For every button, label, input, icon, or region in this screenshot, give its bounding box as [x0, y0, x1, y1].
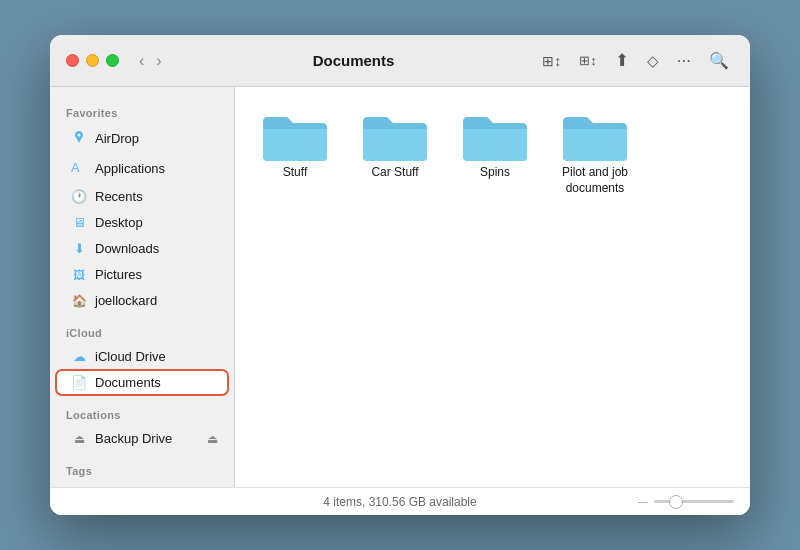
airdrop-icon [70, 129, 88, 148]
sidebar-item-joellockard[interactable]: 🏠 joellockard [56, 288, 228, 313]
file-label-car-stuff: Car Stuff [371, 165, 418, 181]
content-area: Favorites AirDrop A Applications [50, 87, 750, 487]
slider-thumb[interactable] [669, 495, 683, 509]
folder-icon-stuff [259, 107, 331, 165]
file-item-pilot-job[interactable]: Pilot and job documents [555, 107, 635, 467]
nav-arrows: ‹ › [135, 51, 166, 71]
file-label-pilot-job: Pilot and job documents [555, 165, 635, 196]
svg-text:A: A [71, 160, 80, 175]
sidebar-item-desktop[interactable]: 🖥 Desktop [56, 210, 228, 235]
joellockard-label: joellockard [95, 293, 157, 308]
tags-label: Tags [50, 457, 234, 481]
downloads-label: Downloads [95, 241, 159, 256]
zoom-slider[interactable]: — [638, 496, 734, 507]
documents-label: Documents [95, 375, 161, 390]
desktop-icon: 🖥 [70, 215, 88, 230]
icloud-drive-label: iCloud Drive [95, 349, 166, 364]
tag-button[interactable]: ◇ [642, 50, 664, 71]
minimize-button[interactable] [86, 54, 99, 67]
home-icon: 🏠 [70, 294, 88, 308]
folder-icon-car-stuff [359, 107, 431, 165]
pictures-label: Pictures [95, 267, 142, 282]
sidebar-item-airdrop[interactable]: AirDrop [56, 124, 228, 153]
file-area: Stuff Car Stuff Spins [235, 87, 750, 487]
maximize-button[interactable] [106, 54, 119, 67]
backup-icon: ⏏ [70, 432, 88, 446]
sidebar-item-icloud-drive[interactable]: ☁ iCloud Drive [56, 344, 228, 369]
file-label-spins: Spins [480, 165, 510, 181]
status-text: 4 items, 310.56 GB available [323, 495, 476, 509]
share-button[interactable]: ⬆ [610, 49, 634, 72]
sidebar-item-recents[interactable]: 🕐 Recents [56, 184, 228, 209]
traffic-lights [66, 54, 119, 67]
pictures-icon: 🖼 [70, 268, 88, 282]
file-item-spins[interactable]: Spins [455, 107, 535, 467]
sidebar-item-applications[interactable]: A Applications [56, 154, 228, 183]
sidebar-item-backup-drive[interactable]: ⏏ Backup Drive ⏏ [56, 426, 228, 451]
sidebar-item-documents[interactable]: 📄 Documents [56, 370, 228, 395]
eject-icon[interactable]: ⏏ [207, 432, 218, 446]
toolbar-right: ⊞↕ ⊞↕ ⬆ ◇ ··· 🔍 [537, 49, 734, 72]
window-title: Documents [178, 52, 530, 69]
applications-label: Applications [95, 161, 165, 176]
locations-label: Locations [50, 401, 234, 425]
status-bar: 4 items, 310.56 GB available — [50, 487, 750, 515]
icloud-label: iCloud [50, 319, 234, 343]
recents-label: Recents [95, 189, 143, 204]
airdrop-label: AirDrop [95, 131, 139, 146]
icloud-icon: ☁ [70, 349, 88, 364]
sidebar-item-downloads[interactable]: ⬇ Downloads [56, 236, 228, 261]
view-toggle-button[interactable]: ⊞↕ [537, 51, 566, 71]
sidebar: Favorites AirDrop A Applications [50, 87, 235, 487]
back-button[interactable]: ‹ [135, 51, 148, 71]
file-item-stuff[interactable]: Stuff [255, 107, 335, 467]
file-grid: Stuff Car Stuff Spins [255, 107, 730, 467]
documents-icon: 📄 [70, 375, 88, 390]
backup-drive-label: Backup Drive [95, 431, 172, 446]
slider-track[interactable] [654, 500, 734, 503]
file-item-car-stuff[interactable]: Car Stuff [355, 107, 435, 467]
svg-point-0 [78, 134, 81, 137]
titlebar: ‹ › Documents ⊞↕ ⊞↕ ⬆ ◇ ··· 🔍 [50, 35, 750, 87]
zoom-min-icon: — [638, 496, 648, 507]
finder-window: ‹ › Documents ⊞↕ ⊞↕ ⬆ ◇ ··· 🔍 Favorites [50, 35, 750, 515]
search-button[interactable]: 🔍 [704, 50, 734, 72]
folder-icon-spins [459, 107, 531, 165]
folder-icon-pilot-job [559, 107, 631, 165]
forward-button[interactable]: › [152, 51, 165, 71]
more-button[interactable]: ··· [672, 49, 696, 72]
file-label-stuff: Stuff [283, 165, 307, 181]
desktop-label: Desktop [95, 215, 143, 230]
downloads-icon: ⬇ [70, 241, 88, 256]
applications-icon: A [70, 159, 88, 178]
recents-icon: 🕐 [70, 189, 88, 204]
favorites-label: Favorites [50, 99, 234, 123]
sidebar-item-pictures[interactable]: 🖼 Pictures [56, 262, 228, 287]
close-button[interactable] [66, 54, 79, 67]
grid-view-button[interactable]: ⊞↕ [574, 51, 602, 70]
